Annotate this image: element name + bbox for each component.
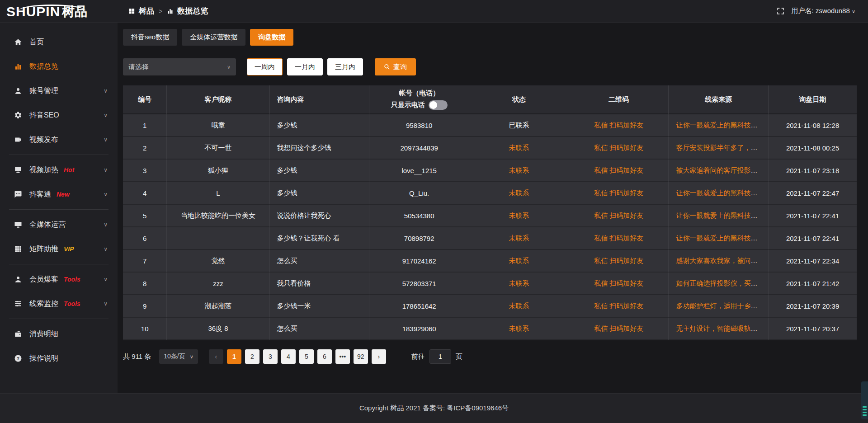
account-select[interactable]: 请选择 ∨ [123, 58, 236, 75]
lead-source-link[interactable]: 多功能护栏灯，适用于乡村文... [676, 302, 769, 310]
page-buttons: 123456•••92 [227, 349, 368, 364]
private-message-link[interactable]: 私信 [594, 257, 608, 264]
cell-source: 让你一眼就爱上的黑科技，能... [669, 114, 769, 137]
page-button[interactable]: 5 [299, 349, 314, 364]
goto-page: 前往 页 [411, 349, 462, 364]
sidebar-item-label: 线索监控 [29, 299, 58, 309]
status-badge: 未联系 [509, 324, 529, 332]
page-button[interactable]: 1 [227, 349, 241, 364]
floating-contact-widget[interactable] [861, 381, 868, 419]
username-display[interactable]: 用户名: zswodun88 ∨ [792, 7, 855, 15]
scan-add-friend-link[interactable]: 扫码加好友 [609, 279, 643, 287]
next-page-button[interactable]: › [372, 349, 386, 364]
scan-add-friend-link[interactable]: 扫码加好友 [609, 257, 643, 264]
lead-source-link[interactable]: 客厅安装投影半年多了，真实... [676, 144, 769, 151]
cell-nickname: 狐小狸 [167, 160, 269, 182]
page-button[interactable]: 92 [354, 349, 368, 364]
search-icon [384, 64, 390, 70]
scan-add-friend-link[interactable]: 扫码加好友 [609, 166, 643, 174]
lead-source-link[interactable]: 让你一眼就爱上的黑科技，能... [676, 121, 769, 129]
new-badge: New [57, 191, 70, 198]
sidebar-item-doukertong[interactable]: 抖客通 New ∨ [0, 182, 118, 207]
page-button[interactable]: 6 [317, 349, 332, 364]
scan-add-friend-link[interactable]: 扫码加好友 [609, 144, 643, 151]
fullscreen-icon[interactable] [777, 7, 784, 15]
cell-status: 未联系 [469, 250, 569, 273]
range-button-week[interactable]: 一周内 [247, 58, 283, 75]
breadcrumb-separator: > [159, 8, 162, 15]
private-message-link[interactable]: 私信 [594, 279, 608, 287]
sidebar-item-media-operation[interactable]: 全媒体运营 ∨ [0, 212, 118, 237]
page-button[interactable]: 4 [281, 349, 296, 364]
sidebar-item-douyin-seo[interactable]: 抖音SEO ∨ [0, 103, 118, 127]
breadcrumb-root[interactable]: 树品 [139, 6, 154, 16]
lead-source-link[interactable]: 被大家追着问的客厅投影分享... [676, 166, 769, 174]
lead-source-link[interactable]: 感谢大家喜欢我家，被问了好... [676, 257, 769, 264]
search-button-label: 查询 [393, 63, 407, 71]
sidebar-item-instructions[interactable]: ? 操作说明 [0, 346, 118, 371]
cell-nickname: zzz [167, 273, 269, 295]
sidebar-item-video-heat[interactable]: 视频加热 Hot ∨ [0, 158, 118, 182]
private-message-link[interactable]: 私信 [594, 324, 608, 332]
sidebar-item-account[interactable]: 账号管理 ∨ [0, 79, 118, 103]
chevron-down-icon: ∨ [104, 221, 108, 228]
cell-date: 2021-11-07 22:34 [769, 250, 857, 273]
scan-add-friend-link[interactable]: 扫码加好友 [609, 121, 643, 129]
search-button[interactable]: 查询 [375, 58, 416, 75]
range-button-month[interactable]: 一月内 [287, 58, 323, 75]
row-id: 2 [143, 144, 146, 152]
scan-add-friend-link[interactable]: 扫码加好友 [609, 212, 643, 219]
tab-douyin-seo-data[interactable]: 抖音seo数据 [123, 29, 177, 46]
cell-source: 客厅安装投影半年多了，真实... [669, 137, 769, 160]
sidebar-item-member-burst[interactable]: 会员爆客 Tools ∨ [0, 267, 118, 291]
cell-status: 未联系 [469, 182, 569, 205]
phone-only-toggle[interactable] [429, 100, 448, 110]
sidebar-item-data-overview[interactable]: 数据总览 [0, 54, 118, 79]
cell-content: 我只看价格 [270, 273, 370, 295]
tab-inquiry-data[interactable]: 询盘数据 [250, 29, 293, 46]
sidebar-item-lead-monitor[interactable]: 线索监控 Tools ∨ [0, 291, 118, 316]
page-button[interactable]: 2 [245, 349, 259, 364]
header-id: 编号 [123, 85, 167, 114]
wallet-icon [14, 329, 23, 338]
customer-nickname: 不可一世 [204, 144, 231, 151]
sidebar-item-matrix-boost[interactable]: 矩阵助推 VIP ∨ [0, 237, 118, 261]
private-message-link[interactable]: 私信 [594, 166, 608, 174]
private-message-link[interactable]: 私信 [594, 234, 608, 242]
sidebar-item-home[interactable]: 首页 [0, 30, 118, 54]
customer-nickname: zzz [213, 280, 223, 287]
private-message-link[interactable]: 私信 [594, 302, 608, 310]
prev-page-button[interactable]: ‹ [209, 349, 223, 364]
table-row: 3 狐小狸 多少钱 love__1215 未联系 私信 扫码加好友 被大家追着问… [123, 160, 857, 182]
row-id: 10 [141, 325, 149, 333]
lead-source-link[interactable]: 让你一眼就爱上的黑科技，能... [676, 189, 769, 197]
private-message-link[interactable]: 私信 [594, 121, 608, 129]
cell-source: 感谢大家喜欢我家，被问了好... [669, 250, 769, 273]
scan-add-friend-link[interactable]: 扫码加好友 [609, 189, 643, 197]
scan-add-friend-link[interactable]: 扫码加好友 [609, 234, 643, 242]
inquiry-table: 编号 客户昵称 咨询内容 帐号（电话） 只显示电话 [123, 85, 857, 340]
lead-source-link[interactable]: 无主灯设计，智能磁吸轨道灯... [676, 324, 769, 332]
private-message-link[interactable]: 私信 [594, 212, 608, 219]
cell-id: 7 [123, 250, 167, 273]
lead-source-link[interactable]: 让你一眼就爱上的黑科技，能... [676, 212, 769, 219]
cell-date: 2021-11-07 22:47 [769, 182, 857, 205]
page-size-select[interactable]: 10条/页 ∨ [159, 349, 198, 364]
cell-status: 未联系 [469, 318, 569, 340]
scan-add-friend-link[interactable]: 扫码加好友 [609, 302, 643, 310]
lead-source-link[interactable]: 如何正确选择投影仪，买投影... [676, 279, 769, 287]
range-button-quarter[interactable]: 三月内 [327, 58, 363, 75]
page-button[interactable]: 3 [263, 349, 278, 364]
goto-page-input[interactable] [429, 349, 451, 364]
private-message-link[interactable]: 私信 [594, 144, 608, 151]
sidebar-item-video-publish[interactable]: 视频发布 ∨ [0, 127, 118, 152]
private-message-link[interactable]: 私信 [594, 189, 608, 197]
header-account: 帐号（电话） 只显示电话 [369, 85, 469, 114]
cell-status: 未联系 [469, 160, 569, 182]
lead-source-link[interactable]: 让你一眼就爱上的黑科技，能... [676, 234, 769, 242]
page-button[interactable]: ••• [335, 349, 350, 364]
tab-media-operation-data[interactable]: 全媒体运营数据 [182, 29, 245, 46]
scan-add-friend-link[interactable]: 扫码加好友 [609, 324, 643, 332]
sidebar-item-spending-detail[interactable]: 消费明细 [0, 322, 118, 346]
cell-id: 1 [123, 114, 167, 137]
